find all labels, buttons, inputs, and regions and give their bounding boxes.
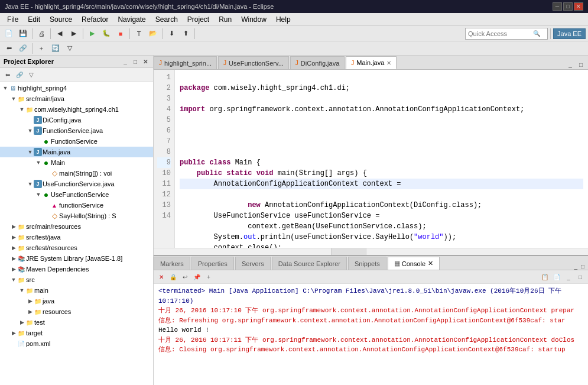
tab-console[interactable]: ▦ Console ✕ xyxy=(388,257,440,270)
minimize-button[interactable]: ─ xyxy=(553,2,562,11)
tree-item-12[interactable]: ▲functionService xyxy=(0,200,153,211)
tree-item-24[interactable]: ▶📁target xyxy=(0,328,153,338)
tree-item-20[interactable]: ▼📁main xyxy=(0,285,153,296)
menu-project[interactable]: Project xyxy=(183,14,214,25)
tab-servers[interactable]: Servers xyxy=(235,257,271,270)
tab-data-source[interactable]: Data Source Explorer xyxy=(272,257,347,270)
next-annotation-button[interactable]: ⬇ xyxy=(165,27,178,40)
console-maximize-button[interactable]: □ xyxy=(575,271,586,282)
menu-refactor[interactable]: Refactor xyxy=(77,14,113,25)
open-type-button[interactable]: T xyxy=(132,27,145,40)
debug-button[interactable]: 🐛 xyxy=(100,27,113,40)
save-button[interactable]: 💾 xyxy=(17,27,30,40)
pe-maximize-icon[interactable]: □ xyxy=(131,57,139,66)
maximize-button[interactable]: □ xyxy=(563,2,573,11)
editor-panel: J highlight_sprin... J UseFunctionServ..… xyxy=(154,56,588,385)
close-button[interactable]: ✕ xyxy=(574,2,583,11)
filter-button[interactable]: ▽ xyxy=(63,42,76,55)
menu-source[interactable]: Source xyxy=(45,14,77,25)
run-button[interactable]: ▶ xyxy=(86,27,99,40)
tab-close-button[interactable]: ✕ xyxy=(386,60,391,66)
line-numbers: 1 2 3 4 5 6 7 8 9 10 11 12 13 14 xyxy=(154,70,175,248)
console-copy-button[interactable]: 📋 xyxy=(540,271,550,282)
tab-properties[interactable]: Properties xyxy=(191,257,234,270)
pe-collapse-button[interactable]: ⬅ xyxy=(2,69,13,80)
tab-diconfig[interactable]: J DiConfig.java xyxy=(290,56,345,69)
menu-help[interactable]: Help xyxy=(271,14,295,25)
open-resource-button[interactable]: 📂 xyxy=(147,27,160,40)
quick-access-input[interactable] xyxy=(468,30,533,37)
new-console-button[interactable]: + xyxy=(203,271,214,282)
tab-use-function-serv[interactable]: J UseFunctionServ... xyxy=(218,56,289,69)
menu-edit[interactable]: Edit xyxy=(23,14,45,25)
collapse-all-button[interactable]: ⬅ xyxy=(2,42,15,55)
clear-console-button[interactable]: ✕ xyxy=(156,271,167,282)
tree-item-5[interactable]: ▼JFunctionService.java xyxy=(0,125,153,136)
pe-menu-button[interactable]: ▽ xyxy=(26,69,37,80)
menu-navigate[interactable]: Navigate xyxy=(113,14,150,25)
tree-item-23[interactable]: ▶📁test xyxy=(0,317,153,328)
tab-main-java[interactable]: J Main.java ✕ xyxy=(346,56,397,69)
tree-item-17[interactable]: ▶📚JRE System Library [JavaSE-1.8] xyxy=(0,253,153,264)
tree-item-1[interactable]: ▼🖥highlight_spring4 xyxy=(0,83,153,93)
tree-item-15[interactable]: ▶📁src/test/java xyxy=(0,232,153,242)
toolbar2-separator-1 xyxy=(32,43,33,54)
scroll-lock-button[interactable]: 🔒 xyxy=(168,271,178,282)
menu-run[interactable]: Run xyxy=(214,14,236,25)
tree-item-25[interactable]: 📄pom.xml xyxy=(0,338,153,349)
new-button[interactable]: 📄 xyxy=(2,27,15,40)
new-type-button[interactable]: + xyxy=(35,42,48,55)
bottom-maximize-icon[interactable]: □ xyxy=(581,263,584,270)
tree-arrow-21: ▶ xyxy=(27,298,33,304)
tree-item-13[interactable]: ◇SayHello(String) : S xyxy=(0,211,153,221)
tree-arrow-19: ▼ xyxy=(11,277,17,283)
tree-item-2[interactable]: ▼📁src/main/java xyxy=(0,93,153,104)
print-button[interactable]: 🖨 xyxy=(35,27,48,40)
tree-label-13: SayHello(String) : S xyxy=(59,212,116,219)
tree-item-8[interactable]: ▼●Main xyxy=(0,157,153,168)
tree-item-14[interactable]: ▶📁src/main/resources xyxy=(0,221,153,232)
bottom-minimize-icon[interactable]: _ xyxy=(574,263,577,270)
stop-button[interactable]: ■ xyxy=(114,27,127,40)
tree-item-9[interactable]: ◇main(String[]) : voi xyxy=(0,168,153,179)
console-minimize-button[interactable]: _ xyxy=(563,271,574,282)
forward-button[interactable]: ▶ xyxy=(67,27,80,40)
editor-scrollbar[interactable] xyxy=(154,248,588,255)
tab-markers-label: Markers xyxy=(160,260,184,267)
tree-item-3[interactable]: ▼📁com.wisely.hight_spring4.ch1 xyxy=(0,104,153,115)
console-tab-close[interactable]: ✕ xyxy=(428,260,433,267)
refresh-button[interactable]: 🔄 xyxy=(49,42,62,55)
tree-label-12: functionService xyxy=(59,202,103,209)
tabs-minimize-icon[interactable]: _ xyxy=(566,60,575,69)
prev-annotation-button[interactable]: ⬆ xyxy=(179,27,192,40)
pe-minimize-icon[interactable]: _ xyxy=(121,57,129,66)
tab-markers[interactable]: Markers xyxy=(154,257,190,270)
back-button[interactable]: ◀ xyxy=(53,27,66,40)
tab-snippets[interactable]: Snippets xyxy=(348,257,386,270)
menu-search[interactable]: Search xyxy=(151,14,183,25)
code-content[interactable]: package com.wisely.hight_spring4.ch1.di;… xyxy=(175,70,588,248)
pe-link-button[interactable]: 🔗 xyxy=(14,69,25,80)
tree-item-21[interactable]: ▶📁java xyxy=(0,296,153,306)
pin-console-button[interactable]: 📌 xyxy=(191,271,202,282)
menu-file[interactable]: File xyxy=(2,14,23,25)
tree-item-16[interactable]: ▶📁src/test/resources xyxy=(0,242,153,253)
tabs-maximize-icon[interactable]: □ xyxy=(576,60,586,69)
tree-item-18[interactable]: ▶📚Maven Dependencies xyxy=(0,264,153,274)
tree-item-19[interactable]: ▼📁src xyxy=(0,274,153,285)
tree-item-22[interactable]: ▶📁resources xyxy=(0,306,153,317)
tree-item-10[interactable]: ▼JUseFunctionService.java xyxy=(0,179,153,189)
pe-close-icon[interactable]: ✕ xyxy=(141,57,150,66)
console-paste-button[interactable]: 📄 xyxy=(551,271,562,282)
tree-item-11[interactable]: ▼●UseFunctionService xyxy=(0,189,153,200)
perspective-button[interactable]: Java EE xyxy=(553,28,586,39)
tree-item-7[interactable]: ▼JMain.java xyxy=(0,147,153,157)
menu-window[interactable]: Window xyxy=(236,14,271,25)
tree-icon-8: ● xyxy=(41,158,51,167)
console-line-4: 十月 26, 2016 10:17:11 下午 org.springframew… xyxy=(158,335,583,345)
word-wrap-button[interactable]: ↩ xyxy=(180,271,190,282)
tree-item-6[interactable]: ●FunctionService xyxy=(0,136,153,147)
link-editor-button[interactable]: 🔗 xyxy=(17,42,30,55)
tab-highlight-spring[interactable]: J highlight_sprin... xyxy=(154,56,217,69)
tree-item-4[interactable]: JDiConfig.java xyxy=(0,115,153,125)
